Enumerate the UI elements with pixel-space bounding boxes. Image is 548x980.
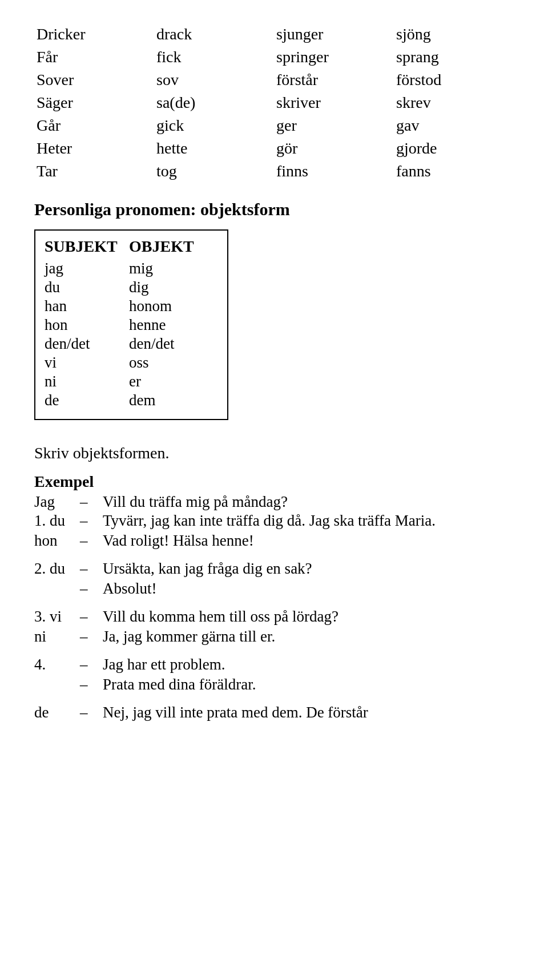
exercise-line: –Absolut! — [34, 580, 514, 598]
verb-cell: skrev — [394, 92, 514, 113]
verb-cell: förstår — [274, 70, 394, 90]
exercise-section: de–Nej, jag vill inte prata med dem. De … — [34, 704, 514, 721]
exercise-text: Prata med dina föräldrar. — [103, 676, 514, 693]
exercise-section: 3. vi–Vill du komma hem till oss på lörd… — [34, 608, 514, 646]
verb-cell: springer — [274, 47, 394, 67]
verb-cell: Får — [34, 47, 154, 67]
exercise-text: Nej, jag vill inte prata med dem. De för… — [103, 704, 514, 721]
pronoun-row: dudig — [45, 278, 213, 297]
pronoun-cell: honom — [129, 297, 213, 315]
exercise-line: 1. du–Tyvärr, jag kan inte träffa dig då… — [34, 512, 514, 530]
pronoun-header-row: SUBJEKT OBJEKT — [45, 237, 213, 256]
verb-cell: fanns — [394, 161, 514, 182]
exercise-line: de–Nej, jag vill inte prata med dem. De … — [34, 704, 514, 721]
exercise-line: hon–Vad roligt! Hälsa henne! — [34, 532, 514, 550]
pronoun-cell: dem — [129, 392, 213, 409]
exercise-dash: – — [80, 580, 103, 598]
example-dash: – — [80, 493, 103, 511]
verb-cell: gick — [154, 115, 274, 136]
instruction-text: Skriv objektsformen. — [34, 444, 514, 462]
exercise-text: Ursäkta, kan jag fråga dig en sak? — [103, 560, 514, 578]
exercise-line: 3. vi–Vill du komma hem till oss på lörd… — [34, 608, 514, 626]
pronoun-cell: mig — [129, 260, 213, 277]
verb-row: Gårgickgergav — [34, 114, 514, 137]
exercise-section: 4. –Jag har ett problem.–Prata med dina … — [34, 656, 514, 693]
verb-row: Soversovförstårförstod — [34, 68, 514, 91]
exercise-dash: – — [80, 608, 103, 626]
exercise-number-subject: 2. du — [34, 560, 80, 578]
example-text: Vill du träffa mig på måndag? — [103, 493, 514, 511]
example-label: Exempel — [34, 473, 514, 491]
exercise-text: Tyvärr, jag kan inte träffa dig då. Jag … — [103, 512, 514, 530]
verb-cell: förstod — [394, 70, 514, 90]
verb-cell: drack — [154, 24, 274, 45]
pronoun-cell: dig — [129, 279, 213, 296]
exercise-number-subject: 4. — [34, 656, 80, 674]
pronoun-cell: vi — [45, 354, 129, 372]
verb-row: Sägersa(de)skriverskrev — [34, 91, 514, 114]
exercise-dash: – — [80, 628, 103, 646]
exercise-line: ni–Ja, jag kommer gärna till er. — [34, 628, 514, 646]
exercise-text: Ja, jag kommer gärna till er. — [103, 628, 514, 646]
pronoun-row: hanhonom — [45, 297, 213, 316]
example-container: Jag–Vill du träffa mig på måndag? — [34, 493, 514, 511]
pronoun-header-subjekt: SUBJEKT — [45, 237, 129, 256]
verb-cell: gjorde — [394, 138, 514, 159]
pronoun-row: dedem — [45, 391, 213, 410]
pronoun-cell: hon — [45, 316, 129, 334]
verb-cell: skriver — [274, 92, 394, 113]
pronoun-cell: oss — [129, 354, 213, 372]
verb-cell: Går — [34, 115, 154, 136]
pronoun-table: SUBJEKT OBJEKT jagmigdudighanhonomhonhen… — [45, 237, 213, 410]
verb-cell: sjunger — [274, 24, 394, 45]
exercise-text: Vill du komma hem till oss på lördag? — [103, 608, 514, 626]
verb-cell: finns — [274, 161, 394, 182]
pronoun-row: honhenne — [45, 316, 213, 334]
verb-cell: gav — [394, 115, 514, 136]
pronoun-cell: den/det — [129, 335, 213, 353]
verb-cell: Tar — [34, 161, 154, 182]
exercise-line: 4. –Jag har ett problem. — [34, 656, 514, 674]
exercise-section: 2. du–Ursäkta, kan jag fråga dig en sak?… — [34, 560, 514, 598]
exercise-section: 1. du–Tyvärr, jag kan inte träffa dig då… — [34, 512, 514, 550]
exercise-number-subject: de — [34, 704, 80, 721]
example-block: Jag–Vill du träffa mig på måndag? — [34, 493, 514, 511]
exercise-dash: – — [80, 704, 103, 721]
pronoun-row: jagmig — [45, 259, 213, 278]
verb-row: Drickerdracksjungersjöng — [34, 23, 514, 46]
verb-cell: Sover — [34, 70, 154, 90]
exercise-number-subject: hon — [34, 532, 80, 550]
pronoun-row: vioss — [45, 353, 213, 372]
pronoun-cell: jag — [45, 260, 129, 277]
exercise-number-subject: 3. vi — [34, 608, 80, 626]
verb-row: Tartogfinnsfanns — [34, 160, 514, 183]
pronoun-cell: henne — [129, 316, 213, 334]
exercise-line: 2. du–Ursäkta, kan jag fråga dig en sak? — [34, 560, 514, 578]
exercise-number-subject: ni — [34, 628, 80, 646]
pronoun-row: nier — [45, 372, 213, 391]
exercise-dash: – — [80, 560, 103, 578]
verb-cell: sa(de) — [154, 92, 274, 113]
verb-row: Fårfickspringersprang — [34, 46, 514, 68]
exercise-line: –Prata med dina föräldrar. — [34, 676, 514, 693]
pronoun-cell: du — [45, 279, 129, 296]
exercise-dash: – — [80, 676, 103, 693]
verb-cell: gör — [274, 138, 394, 159]
pronoun-cell: han — [45, 297, 129, 315]
exercise-dash: – — [80, 532, 103, 550]
verb-cell: Säger — [34, 92, 154, 113]
verb-cell: sjöng — [394, 24, 514, 45]
verb-cell: hette — [154, 138, 274, 159]
exercise-dash: – — [80, 512, 103, 530]
exercise-text: Vad roligt! Hälsa henne! — [103, 532, 514, 550]
verb-cell: ger — [274, 115, 394, 136]
pronoun-cell: ni — [45, 373, 129, 390]
exercise-text: Absolut! — [103, 580, 514, 598]
pronoun-row: den/detden/det — [45, 334, 213, 353]
exercise-text: Jag har ett problem. — [103, 656, 514, 674]
verb-cell: tog — [154, 161, 274, 182]
verb-cell: sprang — [394, 47, 514, 67]
verb-cell: Dricker — [34, 24, 154, 45]
exercises-container: 1. du–Tyvärr, jag kan inte träffa dig då… — [34, 512, 514, 721]
verb-cell: sov — [154, 70, 274, 90]
